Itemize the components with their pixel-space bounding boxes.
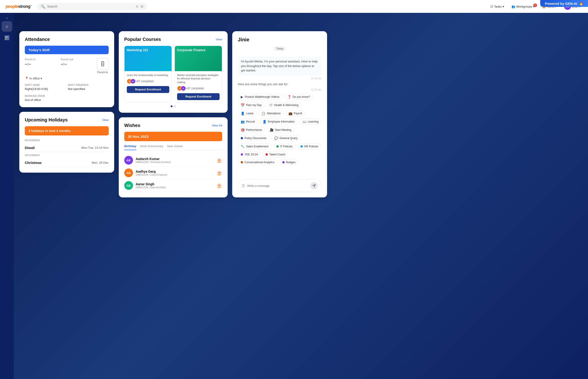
course-card-finance: Corporate Finance Master essential princ… [175,46,222,103]
chip-conversational-analytics[interactable]: Conversational Analytics [238,159,278,165]
enroll-btn-finance[interactable]: Request Enrollment [177,93,220,100]
wishes-title: Wishes [124,123,140,128]
chip-start-meeting[interactable]: 🎥 Start Meeting [267,127,294,133]
workgroups-icon: 👥 [511,5,515,8]
message-list-icon: ☰ [242,184,245,188]
chip-payroll[interactable]: 💼 Payroll [285,110,305,117]
chip-recruit[interactable]: 👥 Recruit [238,118,258,125]
punch-in-icon [97,58,109,70]
chip-employee-info[interactable]: 👤 Employee Information [260,118,298,125]
chip-do-you-know[interactable]: ❓ Do you know? [284,94,313,100]
chip-sales-enablement[interactable]: 🔧 Sales Enablement [238,143,271,150]
sidebar-expand-btn[interactable]: » [5,15,9,21]
main-content: Attendance Today's Shift Punch in --:-- … [14,26,588,379]
clear-search-icon[interactable]: ✕ [135,4,138,9]
chip-dot-hr [300,145,303,148]
courses-title: Popular Courses [124,37,161,42]
search-input[interactable] [47,5,134,8]
jinie-greeting-time: 11:24 am [238,77,322,80]
chip-talent-coach[interactable]: Talent Coach [262,152,288,158]
tasks-button[interactable]: ☑ Tasks ▾ [489,4,506,9]
wishes-card: Wishes View All 20 Nov, 2023 Birthday Wo… [119,117,228,197]
attendance-title: Attendance [25,37,109,42]
shift-name-value: Night(19:00-4:00) [25,87,65,91]
punch-out-value: --:-- [61,62,97,66]
wishes-header: Wishes View All [124,123,222,128]
chip-icon-recruit: 👥 [241,120,245,124]
wish-info-aadarsh: Aadarsh Kumar DM001234 | Technical Archi… [136,157,214,163]
holidays-header: Upcoming Holidays View [25,117,109,123]
banner-text: Powered by GEN-AI [545,2,577,5]
chip-icon-leave: 👤 [241,111,245,115]
shift-banner: Today's Shift [25,46,109,54]
course-desc-finance: Master essential principles strategies f… [177,73,220,84]
chip-nudges[interactable]: Nudges [279,159,298,165]
courses-view-link[interactable]: View [216,38,222,41]
location-icon: 📍 [25,77,29,80]
dot-1[interactable] [171,105,173,107]
course-completions-marketing: A B +97 completed [127,79,169,84]
chip-attendance[interactable]: 📋 Attendance [258,110,284,117]
holidays-view-link[interactable]: View [102,118,109,122]
home-icon: ⌂ [6,24,8,29]
punch-in-button[interactable]: Punch in [97,58,109,74]
message-input-row: ☰ [238,179,322,192]
holiday-christmas: Christmas Mon, 25 Dec [25,158,109,167]
sidebar-item-analytics[interactable]: 📊 [2,32,12,43]
chip-icon-sales: 🔧 [241,145,245,148]
shift-details: SHIFT NAME Night(19:00-4:00) SHIFT PREMI… [25,84,109,102]
chip-yee[interactable]: YEE 23-24 [238,152,261,158]
message-input[interactable] [247,184,308,188]
chip-icon-attendance: 📋 [261,111,265,115]
chip-it-policies[interactable]: IT Policies [273,143,296,150]
holidays-count-banner: 3 holidays in next 2 months [25,126,109,135]
chip-icon-meeting: 🎥 [270,128,274,132]
chip-leave[interactable]: 👤 Leave [238,110,257,117]
workgroups-button[interactable]: 👥 Workgroups 2 ▾ [510,4,537,9]
location-label: In office [29,77,40,80]
shift-premises-value: Not specified [68,87,108,91]
chip-dot-policy [241,137,243,139]
chip-hr-policies[interactable]: HR Policies [297,143,321,150]
chip-performance[interactable]: 🎯 Performance [238,127,265,133]
chip-icon-learning: 📖 [303,120,306,124]
chip-dot-nudges [282,161,285,163]
jinie-greeting-message: Hi Ayushi Mehta, I'm your personal assis… [238,56,322,76]
chip-learning[interactable]: 📖 Learning [299,118,322,125]
location-selector[interactable]: 📍 In office ▾ [25,77,109,80]
wish-info-aadhya: Aadhya Garg DM001234 | Cloud Engineer [136,170,214,176]
course-image-finance: Corporate Finance [175,46,222,71]
wish-info-aarav: Aarav Singh DM001234 | Data Architect [136,182,214,189]
send-button[interactable] [310,182,318,190]
chip-icon-plan: 📅 [241,103,245,107]
wishes-view-all-link[interactable]: View All [212,124,222,127]
course-name-marketing: Marketing 101 [127,48,148,52]
tab-new-joinee[interactable]: New Joinee [167,144,183,150]
wish-avatar-aadarsh: AK [124,156,133,165]
sidebar-item-home[interactable]: ⌂ [2,21,12,32]
left-column: Attendance Today's Shift Punch in --:-- … [19,31,114,197]
header-bar: peoplestrong+ 🔍 ✕ ⚙ ☑ Tasks ▾ 👥 Workgrou… [0,0,588,13]
jinie-chat: Today Hi Ayushi Mehta, I'm your personal… [238,46,322,177]
filter-icon[interactable]: ⚙ [140,4,144,9]
course-card-marketing: Marketing 101 Learn the fundamentals of … [124,46,172,103]
course-completions-finance: C D +97 completed [177,86,220,91]
middle-column: Popular Courses View Marketing 101 Learn… [119,31,228,197]
jinie-title: Jinie [238,37,322,43]
chip-general-query[interactable]: 💬 General Query [271,135,301,142]
tab-birthday[interactable]: Birthday [124,144,136,150]
enroll-btn-marketing[interactable]: Request Enrollment [127,86,169,93]
chip-plan-my-day[interactable]: 📅 Plan my Day [238,102,265,108]
tab-work-anniversary[interactable]: Work Anniversary [140,144,163,150]
chip-product-walkthrough[interactable]: ▶ Product Walkthrough Videos [238,94,282,100]
chip-icon-performance: 🎯 [241,128,245,132]
chip-policy-docs[interactable]: Policy Documents [238,135,269,142]
tasks-icon: ☑ [490,5,493,8]
course-body-finance: Master essential principles strategies f… [175,71,222,102]
chip-health-wellbeing[interactable]: 🛡 Health & Well-being [266,102,301,108]
powered-by-banner: Powered by GEN-AI 🔥 [540,0,588,7]
punch-in-label: Punch in [25,58,61,61]
dot-2[interactable] [174,105,176,107]
today-label: Today [273,46,286,51]
jinie-card: Jinie Today Hi Ayushi Mehta, I'm your pe… [232,31,327,197]
